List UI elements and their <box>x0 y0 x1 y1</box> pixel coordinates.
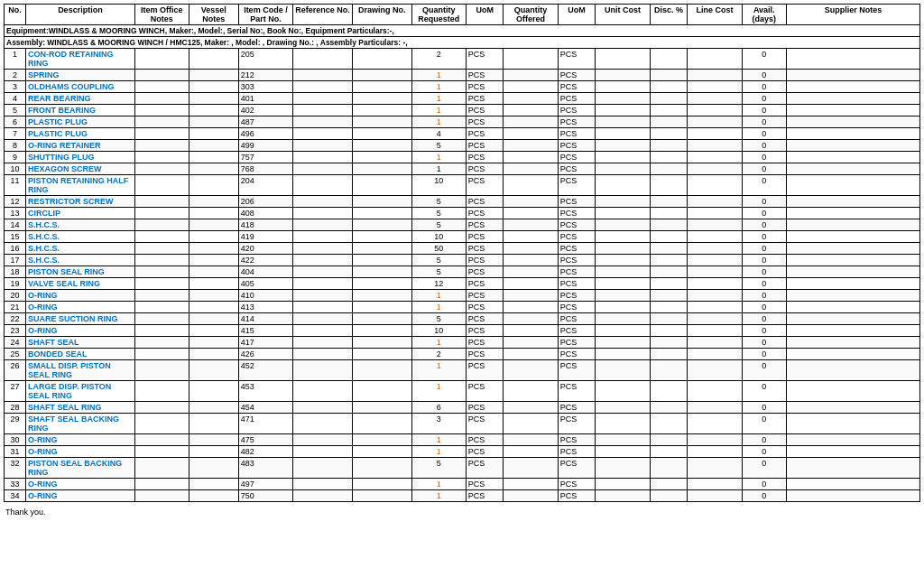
table-cell <box>134 243 189 255</box>
table-cell: SHAFT SEAL <box>26 337 135 349</box>
table-cell: 0 <box>742 81 786 93</box>
table-cell <box>650 163 688 175</box>
col-drawing-no: Drawing No. <box>352 5 411 25</box>
table-cell: 483 <box>238 458 292 479</box>
table-cell <box>688 402 742 414</box>
table-row: 30O-RING4751PCSPCS0 <box>5 434 920 446</box>
table-cell <box>596 231 650 243</box>
table-cell: SHAFT SEAL BACKING RING <box>26 414 135 434</box>
table-row: 13CIRCLIP4085PCSPCS0 <box>5 208 920 219</box>
table-cell <box>786 458 919 479</box>
table-cell: 1 <box>411 163 466 175</box>
table-cell: PCS <box>558 325 596 337</box>
table-cell <box>134 446 189 458</box>
table-cell <box>786 219 919 231</box>
table-cell <box>352 81 411 93</box>
table-cell <box>134 116 189 128</box>
table-cell: PCS <box>466 458 504 479</box>
table-cell <box>596 458 650 479</box>
table-cell: 10 <box>5 163 26 175</box>
table-cell <box>189 175 238 196</box>
equipment-row: Equipment:WINDLASS & MOORING WINCH, Make… <box>5 25 920 37</box>
table-cell <box>650 381 688 402</box>
table-cell <box>786 116 919 128</box>
table-cell: 0 <box>742 278 786 290</box>
table-cell <box>293 163 353 175</box>
table-cell <box>293 349 353 360</box>
table-cell <box>134 175 189 196</box>
table-cell <box>352 290 411 302</box>
table-cell <box>688 349 742 360</box>
table-cell <box>504 255 558 266</box>
table-cell: 16 <box>5 243 26 255</box>
table-cell <box>650 434 688 446</box>
table-cell: 50 <box>411 243 466 255</box>
table-cell: 750 <box>238 490 292 502</box>
table-cell: PCS <box>466 116 504 128</box>
table-cell: PCS <box>466 266 504 278</box>
table-cell: 0 <box>742 93 786 105</box>
table-cell <box>504 381 558 402</box>
table-cell <box>786 302 919 313</box>
table-cell <box>134 414 189 434</box>
table-cell <box>293 360 353 381</box>
table-cell <box>352 243 411 255</box>
table-cell <box>688 208 742 219</box>
table-cell <box>596 196 650 208</box>
table-cell: PCS <box>466 81 504 93</box>
table-cell: 4 <box>411 128 466 140</box>
table-cell: SHAFT SEAL RING <box>26 402 135 414</box>
table-cell <box>688 434 742 446</box>
table-cell: 12 <box>411 278 466 290</box>
table-cell <box>352 266 411 278</box>
table-cell <box>688 243 742 255</box>
table-cell <box>688 381 742 402</box>
table-cell <box>189 414 238 434</box>
table-cell: 212 <box>238 70 292 81</box>
table-cell: 482 <box>238 446 292 458</box>
table-cell: 0 <box>742 163 786 175</box>
table-cell: PCS <box>558 231 596 243</box>
table-row: 2SPRING2121PCSPCS0 <box>5 70 920 81</box>
table-cell: 9 <box>5 152 26 163</box>
table-cell <box>134 458 189 479</box>
table-cell <box>504 243 558 255</box>
table-cell <box>596 337 650 349</box>
table-cell: 20 <box>5 290 26 302</box>
table-cell <box>688 255 742 266</box>
table-cell: PCS <box>558 81 596 93</box>
table-cell <box>352 255 411 266</box>
table-cell: PCS <box>466 163 504 175</box>
table-cell: 19 <box>5 278 26 290</box>
table-cell <box>134 290 189 302</box>
table-cell <box>293 208 353 219</box>
table-row: 23O-RING41510PCSPCS0 <box>5 325 920 337</box>
table-cell: PCS <box>558 140 596 152</box>
table-cell: PCS <box>558 414 596 434</box>
table-row: 9SHUTTING PLUG7571PCSPCS0 <box>5 152 920 163</box>
table-cell <box>504 49 558 70</box>
table-cell <box>352 163 411 175</box>
table-cell <box>352 278 411 290</box>
table-cell: PCS <box>466 49 504 70</box>
table-cell: OLDHAMS COUPLING <box>26 81 135 93</box>
table-cell <box>596 128 650 140</box>
table-cell: PCS <box>558 49 596 70</box>
table-cell: PCS <box>466 302 504 313</box>
table-cell <box>786 163 919 175</box>
table-cell <box>596 116 650 128</box>
table-cell <box>189 302 238 313</box>
table-cell: 22 <box>5 313 26 325</box>
table-cell: 401 <box>238 93 292 105</box>
col-no: No. <box>5 5 26 25</box>
table-cell <box>293 325 353 337</box>
table-cell <box>650 116 688 128</box>
table-cell: 1 <box>411 152 466 163</box>
table-row: 32PISTON SEAL BACKING RING4835PCSPCS0 <box>5 458 920 479</box>
table-cell: 8 <box>5 140 26 152</box>
table-cell: PCS <box>466 349 504 360</box>
table-cell <box>504 278 558 290</box>
table-cell: 0 <box>742 434 786 446</box>
header-row: No. Description Item Office Notes Vessel… <box>5 5 920 25</box>
table-cell <box>596 140 650 152</box>
